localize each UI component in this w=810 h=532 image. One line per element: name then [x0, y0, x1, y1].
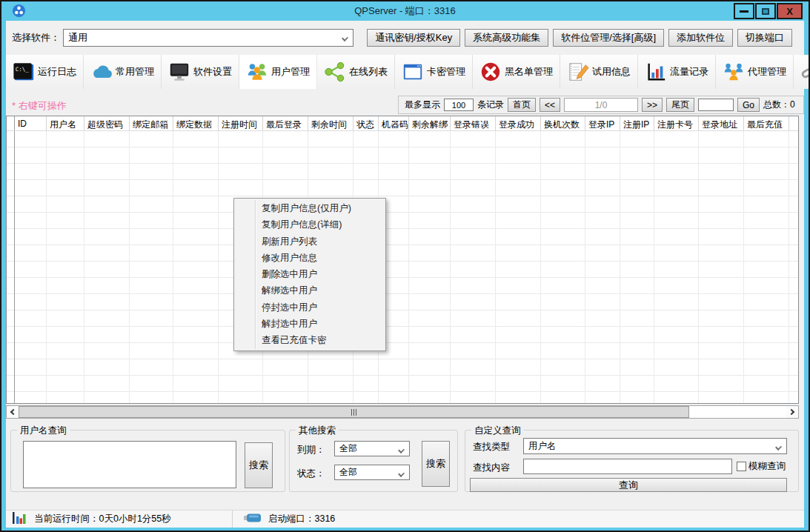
- max-display-input[interactable]: [444, 99, 474, 111]
- context-menu-item[interactable]: 解绑选中用户: [234, 282, 385, 299]
- column-header[interactable]: ID: [15, 116, 47, 130]
- software-select[interactable]: 通用: [63, 29, 353, 47]
- tab-cloud-js[interactable]: 云计算/JS: [794, 55, 810, 89]
- comm-key-button[interactable]: 通讯密钥/授权Key: [367, 29, 460, 47]
- column-header[interactable]: 登录地址: [699, 116, 744, 130]
- tab-common-manage[interactable]: 常用管理: [84, 55, 162, 89]
- software-row: 选择软件： 通用 通讯密钥/授权Key 系统高级功能集 软件位管理/选择[高级]…: [6, 28, 804, 47]
- runtime-text: 当前运行时间：0天0小时1分55秒: [34, 513, 171, 525]
- next-page-button[interactable]: >>: [642, 98, 663, 112]
- tab-label: 用户管理: [271, 65, 310, 79]
- add-slot-button[interactable]: 添加软件位: [668, 29, 733, 47]
- context-menu-item[interactable]: 修改用户信息: [234, 250, 385, 266]
- total-count-label: 总数：0: [763, 99, 795, 111]
- context-menu-item[interactable]: 复制用户信息(仅用户): [234, 200, 385, 216]
- column-header[interactable]: 最后登录: [263, 116, 308, 130]
- grid-vline: [789, 131, 789, 403]
- scrollbar-thumb[interactable]: [19, 406, 689, 418]
- context-menu-item[interactable]: 删除选中用户: [234, 266, 385, 282]
- column-header[interactable]: 剩余解绑: [409, 116, 451, 130]
- column-header[interactable]: 最后充值: [744, 116, 789, 130]
- find-type-value: 用户名: [528, 440, 557, 453]
- chevron-right-icon: [789, 409, 794, 415]
- hint-row: * 右键可操作 最多显示 条记录 首页 << 1/0 >> 尾页 Go 总数：0: [6, 95, 804, 114]
- column-header[interactable]: 登录成功: [496, 116, 541, 130]
- context-menu: 复制用户信息(仅用户)复制用户信息(详细)刷新用户列表修改用户信息删除选中用户解…: [233, 198, 386, 351]
- maximize-icon: [762, 8, 769, 15]
- context-menu-item[interactable]: 查看已充值卡密: [234, 332, 385, 348]
- tab-traffic-record[interactable]: 流量记录: [638, 55, 716, 89]
- column-header[interactable]: 剩余时间: [308, 116, 353, 130]
- expire-select[interactable]: 全部: [334, 441, 410, 456]
- column-header[interactable]: 机器码: [379, 116, 409, 130]
- context-menu-item[interactable]: 复制用户信息(详细): [234, 216, 385, 233]
- prev-page-button[interactable]: <<: [540, 98, 560, 112]
- tab-run-log[interactable]: C:\_ 运行日志: [6, 55, 84, 89]
- column-header[interactable]: 绑定邮箱: [130, 116, 173, 130]
- username-query-input[interactable]: [23, 441, 236, 488]
- tab-card-manage[interactable]: 卡密管理: [395, 55, 473, 89]
- minimize-button[interactable]: [734, 3, 754, 19]
- table-body[interactable]: [7, 131, 798, 403]
- column-header[interactable]: 超级密码: [84, 116, 130, 130]
- goto-page-input[interactable]: [698, 99, 734, 111]
- go-button[interactable]: Go: [737, 98, 760, 112]
- column-header[interactable]: 状态: [353, 116, 379, 130]
- scroll-left-button[interactable]: [7, 406, 19, 418]
- tab-proxy-manage[interactable]: 代理管理: [716, 55, 794, 89]
- close-button[interactable]: X: [777, 3, 803, 19]
- username-search-button[interactable]: 搜索: [245, 442, 273, 488]
- share-network-icon: [324, 61, 346, 83]
- scroll-right-button[interactable]: [786, 406, 798, 418]
- username-query-legend: 用户名查询: [17, 425, 70, 437]
- tab-software-settings[interactable]: 软件设置: [162, 55, 239, 89]
- column-header[interactable]: 换机次数: [541, 116, 585, 130]
- find-content-input[interactable]: [523, 459, 732, 474]
- software-select-value: 通用: [68, 31, 87, 44]
- tab-trial-info[interactable]: 试用信息: [560, 55, 638, 89]
- other-search-button[interactable]: 搜索: [422, 441, 450, 487]
- last-page-button[interactable]: 尾页: [666, 98, 694, 112]
- monitor-icon: [168, 61, 190, 83]
- column-header[interactable]: 注册卡号: [654, 116, 699, 130]
- context-menu-item[interactable]: 解封选中用户: [234, 316, 385, 332]
- grid-vline: [743, 131, 744, 403]
- context-menu-item[interactable]: 刷新用户列表: [234, 233, 385, 250]
- column-header[interactable]: 注册时间: [219, 116, 263, 130]
- maximize-button[interactable]: [755, 3, 776, 19]
- tab-label: 试用信息: [592, 65, 631, 79]
- column-header[interactable]: 用户名: [47, 116, 84, 130]
- column-header[interactable]: 登录IP: [585, 116, 620, 130]
- column-header[interactable]: 绑定数据: [173, 116, 219, 130]
- other-search-group: 其他搜索 到期： 全部 状态： 全部 搜索: [289, 430, 458, 492]
- horizontal-scrollbar: [6, 405, 799, 419]
- column-header[interactable]: [789, 116, 799, 130]
- column-header[interactable]: 登录错误: [451, 116, 496, 130]
- custom-query-legend: 自定义查询: [471, 425, 524, 437]
- grid-vline: [84, 131, 84, 403]
- table-header-row: ID用户名超级密码绑定邮箱绑定数据注册时间最后登录剩余时间状态机器码剩余解绑登录…: [7, 116, 798, 131]
- chevron-down-icon: [398, 447, 405, 453]
- query-button[interactable]: 查询: [470, 478, 787, 492]
- tab-label: 黑名单管理: [505, 65, 553, 79]
- switch-port-button[interactable]: 切换端口: [737, 29, 792, 47]
- status-select[interactable]: 全部: [334, 465, 410, 480]
- chevron-down-icon: [775, 444, 782, 450]
- tab-label: 运行日志: [38, 65, 76, 79]
- right-click-hint: * 右键可操作: [12, 99, 67, 113]
- system-advanced-button[interactable]: 系统高级功能集: [465, 29, 548, 47]
- tab-blacklist-manage[interactable]: 黑名单管理: [473, 55, 560, 89]
- chevron-down-icon: [342, 35, 348, 41]
- scrollbar-track[interactable]: [689, 406, 786, 418]
- window-icon: [402, 61, 424, 83]
- status-select-value: 全部: [339, 466, 357, 479]
- fuzzy-checkbox[interactable]: [737, 462, 746, 471]
- context-menu-item[interactable]: 停封选中用户: [234, 299, 385, 316]
- slot-manage-button[interactable]: 软件位管理/选择[高级]: [553, 29, 664, 47]
- first-page-button[interactable]: 首页: [508, 98, 536, 112]
- tab-user-manage[interactable]: 用户管理: [239, 55, 317, 89]
- find-type-select[interactable]: 用户名: [523, 438, 787, 454]
- column-header[interactable]: 注册IP: [620, 116, 654, 130]
- expire-select-value: 全部: [339, 442, 357, 455]
- tab-online-list[interactable]: 在线列表: [317, 55, 395, 89]
